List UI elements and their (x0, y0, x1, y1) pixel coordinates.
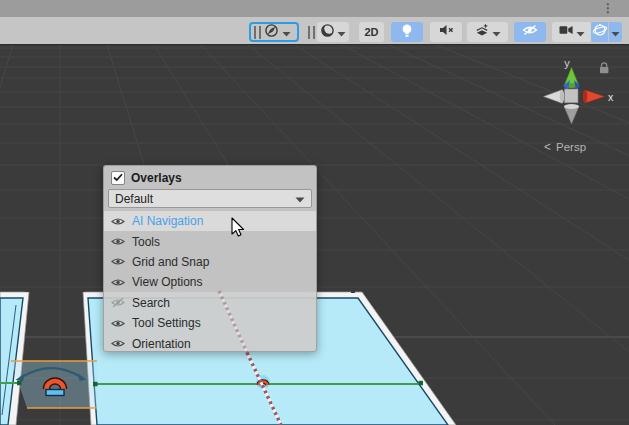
menu-item-label: Tools (132, 235, 160, 249)
effects-layers-icon (474, 22, 490, 42)
chevron-down-icon[interactable] (337, 23, 346, 41)
menu-item-label: Search (132, 296, 170, 310)
eye-icon[interactable] (111, 236, 125, 247)
menu-item-search[interactable]: Search (104, 293, 316, 313)
scene-toolbar: 2D (0, 17, 629, 45)
chevron-down-icon[interactable] (611, 23, 620, 41)
chevron-down-icon[interactable] (492, 23, 501, 41)
gizmo-y-label: y (564, 57, 570, 69)
eye-icon[interactable] (111, 277, 125, 288)
2d-toggle-button[interactable]: 2D (359, 22, 384, 42)
overlays-menu-title: Overlays (131, 171, 182, 185)
orbit-globe-icon (592, 22, 608, 42)
vertex-handle[interactable] (351, 289, 355, 293)
eye-icon[interactable] (111, 216, 125, 227)
dropdown-value: Default (115, 192, 153, 206)
menu-item-view-options[interactable]: View Options (104, 272, 316, 292)
dropdown-arrow-icon (295, 192, 305, 206)
chevron-down-icon[interactable] (576, 23, 585, 41)
gizmo-cube[interactable] (565, 89, 579, 103)
menu-item-tool-settings[interactable]: Tool Settings (104, 313, 316, 333)
link-endpoint[interactable] (17, 381, 22, 386)
shaded-sphere-icon (320, 23, 335, 42)
more-options-icon[interactable]: ⋮ (602, 1, 614, 15)
gizmo-x-label: x (608, 91, 614, 103)
shading-mode-button[interactable] (317, 22, 349, 42)
overlay-preset-dropdown[interactable]: Default (108, 189, 312, 208)
eye-slash-icon[interactable] (111, 297, 125, 308)
overlays-menu: Overlays Default AI Navigation Tools Gri… (103, 165, 317, 352)
camera-icon (558, 23, 574, 41)
overlays-menu-header: Overlays (104, 166, 316, 189)
gizmo-options-button[interactable] (609, 22, 622, 42)
vertex-handle[interactable] (25, 288, 29, 292)
effects-button[interactable] (467, 22, 508, 42)
camera-view-button[interactable] (552, 22, 591, 42)
persp-text: Persp (556, 141, 586, 153)
projection-label[interactable]: < Persp (544, 140, 586, 154)
gizmo-toggle-button[interactable] (591, 22, 608, 42)
menu-item-orientation[interactable]: Orientation (104, 333, 316, 353)
menu-item-label: AI Navigation (132, 214, 203, 228)
menu-item-ai-navigation[interactable]: AI Navigation (104, 211, 316, 231)
eye-icon[interactable] (111, 318, 125, 329)
2d-label: 2D (364, 26, 378, 38)
unity-scene-view: y x (0, 0, 629, 425)
link-endpoint[interactable] (93, 382, 98, 387)
overlays-checkbox[interactable] (111, 171, 125, 185)
link-endpoint[interactable] (419, 381, 424, 386)
lighting-toggle-button[interactable] (391, 22, 423, 42)
menu-item-label: View Options (132, 275, 202, 289)
light-bulb-icon (400, 22, 414, 42)
audio-mute-button[interactable] (430, 22, 462, 42)
scene-visibility-button[interactable] (514, 22, 546, 42)
persp-angle-icon: < (544, 140, 551, 154)
drag-handle-icon[interactable] (254, 26, 261, 39)
overlay-toolbar-group-selected[interactable] (249, 22, 299, 42)
menu-item-tools[interactable]: Tools (104, 231, 316, 251)
eye-slash-icon (521, 23, 539, 41)
speaker-mute-icon (438, 23, 454, 41)
eye-icon[interactable] (111, 256, 125, 267)
eye-icon[interactable] (111, 338, 125, 349)
vertex-handle[interactable] (81, 288, 85, 292)
draw-mode-icon[interactable] (264, 23, 279, 42)
menu-item-grid-and-snap[interactable]: Grid and Snap (104, 252, 316, 272)
menu-item-label: Grid and Snap (132, 255, 209, 269)
chevron-down-icon[interactable] (282, 23, 291, 41)
menu-item-label: Tool Settings (132, 316, 201, 330)
window-top-strip: ⋮ (0, 0, 629, 17)
menu-item-label: Orientation (132, 337, 191, 351)
drag-handle-icon[interactable] (308, 26, 315, 39)
